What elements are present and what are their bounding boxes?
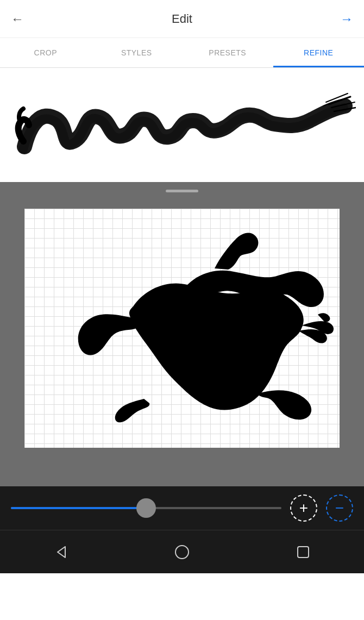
nav-bar xyxy=(0,530,364,573)
brush-stroke-svg xyxy=(8,76,356,174)
svg-point-6 xyxy=(158,299,161,303)
tab-presets[interactable]: PRESETS xyxy=(182,38,273,67)
canvas-container xyxy=(0,182,364,486)
tab-bar: CROP STYLES PRESETS REFINE xyxy=(0,38,364,68)
svg-point-5 xyxy=(152,296,158,301)
home-nav-icon xyxy=(174,544,190,560)
nav-back-button[interactable] xyxy=(50,541,72,563)
drag-handle[interactable] xyxy=(166,190,198,192)
tab-crop[interactable]: CROP xyxy=(0,38,91,67)
back-nav-icon xyxy=(53,544,68,560)
brush-preview xyxy=(0,68,364,182)
slider-thumb[interactable] xyxy=(136,498,156,518)
back-button[interactable]: ← xyxy=(11,11,24,27)
header: ← Edit → xyxy=(0,0,364,38)
slider-container xyxy=(11,498,281,518)
tab-refine[interactable]: REFINE xyxy=(273,38,365,67)
minus-button[interactable]: − xyxy=(326,494,353,522)
nav-recents-button[interactable] xyxy=(292,541,314,563)
add-button[interactable]: + xyxy=(290,494,317,522)
svg-point-7 xyxy=(151,301,153,303)
minus-icon: − xyxy=(335,500,344,516)
nav-home-button[interactable] xyxy=(171,541,193,563)
bottom-toolbar: + − xyxy=(0,486,364,530)
tab-styles[interactable]: STYLES xyxy=(91,38,183,67)
svg-rect-10 xyxy=(298,547,309,558)
forward-button[interactable]: → xyxy=(340,11,353,27)
plus-icon: + xyxy=(299,500,308,516)
grid-canvas[interactable] xyxy=(24,209,340,448)
svg-marker-8 xyxy=(58,547,65,558)
recents-nav-icon xyxy=(296,545,310,559)
ink-blob-svg xyxy=(24,209,340,448)
svg-point-9 xyxy=(175,546,189,559)
slider-filled xyxy=(11,507,146,509)
page-title: Edit xyxy=(172,12,192,26)
slider-wrap xyxy=(11,498,281,518)
